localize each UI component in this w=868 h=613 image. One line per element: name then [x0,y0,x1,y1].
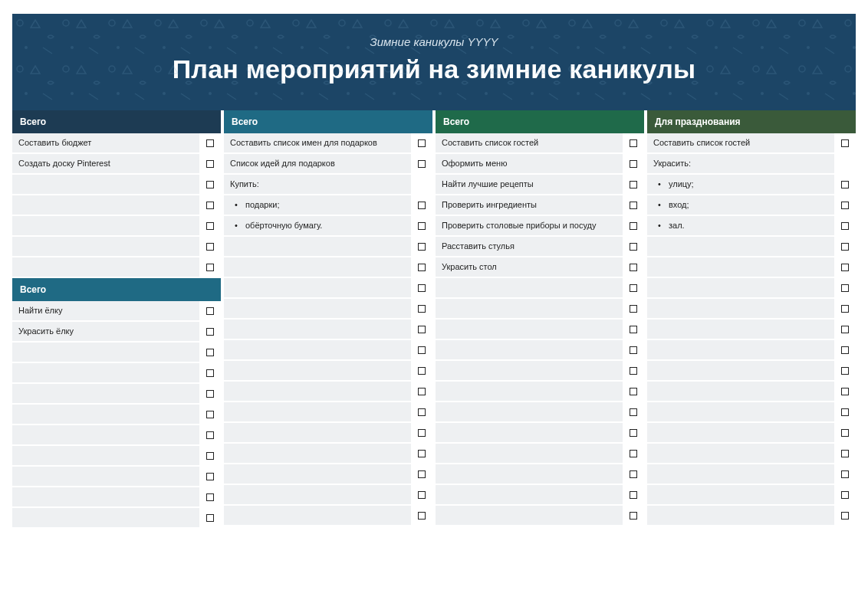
checkbox-icon[interactable] [630,264,637,271]
checkbox-icon[interactable] [630,367,637,375]
lists-container: Всего Составить бюджетСоздать доску Pint… [12,110,856,529]
checkbox-icon[interactable] [841,470,849,478]
checkbox-icon[interactable] [206,493,214,501]
list-row [224,361,432,382]
checkbox-icon[interactable] [841,491,849,499]
row-check-cell [834,320,856,339]
checkbox-icon[interactable] [206,369,214,377]
checkbox-icon[interactable] [206,202,214,209]
checkbox-icon[interactable] [630,429,637,437]
checkbox-icon[interactable] [418,367,426,375]
checkbox-icon[interactable] [630,284,637,292]
list-row [647,237,856,257]
section-head-1a: Всего [12,110,221,133]
checkbox-icon[interactable] [206,431,214,439]
row-text [12,425,199,444]
checkbox-icon[interactable] [206,243,214,251]
row-text [436,278,623,297]
checkbox-icon[interactable] [841,202,849,209]
checkbox-icon[interactable] [206,222,214,230]
row-check-cell [623,320,644,339]
checkbox-icon[interactable] [206,160,214,168]
checkbox-icon[interactable] [630,202,637,209]
checkbox-icon[interactable] [630,139,637,147]
row-check-cell [834,444,856,463]
checkbox-icon[interactable] [630,160,637,168]
checkbox-icon[interactable] [418,243,426,251]
checkbox-icon[interactable] [841,346,849,354]
checkbox-icon[interactable] [418,222,426,230]
checkbox-icon[interactable] [841,367,849,375]
checkbox-icon[interactable] [841,512,849,520]
column-1: Всего Составить бюджетСоздать доску Pint… [12,110,221,529]
checkbox-icon[interactable] [841,264,849,271]
checkbox-icon[interactable] [418,305,426,313]
checkbox-icon[interactable] [206,452,214,460]
checkbox-icon[interactable] [630,243,637,251]
checkbox-icon[interactable] [206,139,214,147]
checkbox-icon[interactable] [841,222,849,230]
checkbox-icon[interactable] [630,450,637,457]
checkbox-icon[interactable] [841,429,849,437]
list-row: Составить бюджет [12,133,221,154]
row-text [224,444,411,463]
checkbox-icon[interactable] [630,491,637,499]
row-check-cell [834,299,856,318]
checkbox-icon[interactable] [418,139,426,147]
checkbox-icon[interactable] [418,160,426,168]
row-check-cell [411,216,432,235]
checkbox-icon[interactable] [206,473,214,480]
checkbox-icon[interactable] [841,284,849,292]
list-row [436,423,644,444]
checkbox-icon[interactable] [630,408,637,416]
checkbox-icon[interactable] [206,411,214,418]
checkbox-icon[interactable] [206,264,214,271]
row-check-cell [411,320,432,339]
checkbox-icon[interactable] [418,450,426,457]
checkbox-icon[interactable] [630,305,637,313]
checkbox-icon[interactable] [418,470,426,478]
checkbox-icon[interactable] [841,243,849,251]
checkbox-icon[interactable] [206,307,214,315]
checkbox-icon[interactable] [630,222,637,230]
checkbox-icon[interactable] [418,202,426,209]
checkbox-icon[interactable] [630,470,637,478]
list-1a: Составить бюджетСоздать доску Pinterest [12,133,221,278]
checkbox-icon[interactable] [206,514,214,522]
row-check-cell [411,423,432,442]
checkbox-icon[interactable] [841,388,849,395]
checkbox-icon[interactable] [206,390,214,398]
row-check-cell [834,195,856,215]
checkbox-icon[interactable] [630,181,637,188]
checkbox-icon[interactable] [418,326,426,333]
checkbox-icon[interactable] [418,284,426,292]
checkbox-icon[interactable] [206,181,214,188]
checkbox-icon[interactable] [418,491,426,499]
checkbox-icon[interactable] [841,305,849,313]
row-text [12,343,199,362]
checkbox-icon[interactable] [630,512,637,520]
checkbox-icon[interactable] [418,264,426,271]
checkbox-icon[interactable] [630,388,637,395]
checkbox-icon[interactable] [841,450,849,457]
row-text: Проверить столовые приборы и посуду [436,216,623,235]
list-row [647,257,856,278]
checkbox-icon[interactable] [206,349,214,356]
checkbox-icon[interactable] [841,181,849,188]
checkbox-icon[interactable] [418,429,426,437]
checkbox-icon[interactable] [418,512,426,520]
list-row: вход; [647,195,856,216]
checkbox-icon[interactable] [630,346,637,354]
row-check-cell [199,343,221,362]
row-check-cell [411,175,432,194]
checkbox-icon[interactable] [418,346,426,354]
checkbox-icon[interactable] [841,326,849,333]
row-text: Составить список гостей [436,133,623,152]
checkbox-icon[interactable] [841,139,849,147]
checkbox-icon[interactable] [841,408,849,416]
checkbox-icon[interactable] [418,408,426,416]
section-head-4: Для празднования [647,110,856,133]
checkbox-icon[interactable] [206,328,214,336]
checkbox-icon[interactable] [630,326,637,333]
checkbox-icon[interactable] [418,388,426,395]
